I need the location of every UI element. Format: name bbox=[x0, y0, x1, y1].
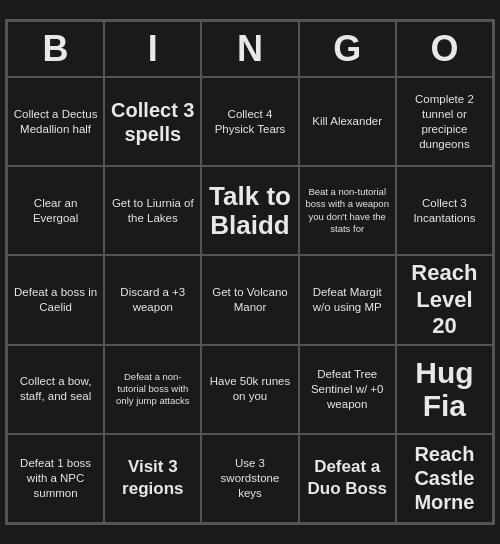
bingo-card: BINGO Collect a Dectus Medallion halfCol… bbox=[5, 19, 495, 525]
bingo-cell-7: Talk to Blaidd bbox=[201, 166, 298, 255]
bingo-cell-1: Collect 3 spells bbox=[104, 77, 201, 166]
bingo-cell-19: Hug Fia bbox=[396, 345, 493, 434]
bingo-letter-g: G bbox=[299, 21, 396, 77]
bingo-cell-8: Beat a non-tutorial boss with a weapon y… bbox=[299, 166, 396, 255]
bingo-cell-18: Defeat Tree Sentinel w/ +0 weapon bbox=[299, 345, 396, 434]
bingo-header: BINGO bbox=[7, 21, 493, 77]
bingo-cell-22: Use 3 swordstone keys bbox=[201, 434, 298, 523]
bingo-cell-11: Discard a +3 weapon bbox=[104, 255, 201, 344]
bingo-cell-21: Visit 3 regions bbox=[104, 434, 201, 523]
bingo-letter-n: N bbox=[201, 21, 298, 77]
bingo-letter-b: B bbox=[7, 21, 104, 77]
bingo-cell-15: Collect a bow, staff, and seal bbox=[7, 345, 104, 434]
bingo-cell-6: Get to Liurnia of the Lakes bbox=[104, 166, 201, 255]
bingo-cell-20: Defeat 1 boss with a NPC summon bbox=[7, 434, 104, 523]
bingo-cell-24: Reach Castle Morne bbox=[396, 434, 493, 523]
bingo-cell-0: Collect a Dectus Medallion half bbox=[7, 77, 104, 166]
bingo-grid: Collect a Dectus Medallion halfCollect 3… bbox=[7, 77, 493, 523]
bingo-letter-i: I bbox=[104, 21, 201, 77]
bingo-cell-9: Collect 3 Incantations bbox=[396, 166, 493, 255]
bingo-cell-4: Complete 2 tunnel or precipice dungeons bbox=[396, 77, 493, 166]
bingo-cell-12: Get to Volcano Manor bbox=[201, 255, 298, 344]
bingo-cell-23: Defeat a Duo Boss bbox=[299, 434, 396, 523]
bingo-cell-10: Defeat a boss in Caelid bbox=[7, 255, 104, 344]
bingo-cell-16: Defeat a non-tutorial boss with only jum… bbox=[104, 345, 201, 434]
bingo-letter-o: O bbox=[396, 21, 493, 77]
bingo-cell-13: Defeat Margit w/o using MP bbox=[299, 255, 396, 344]
bingo-cell-5: Clear an Evergoal bbox=[7, 166, 104, 255]
bingo-cell-2: Collect 4 Physick Tears bbox=[201, 77, 298, 166]
bingo-cell-17: Have 50k runes on you bbox=[201, 345, 298, 434]
bingo-cell-14: Reach Level 20 bbox=[396, 255, 493, 344]
bingo-cell-3: Kill Alexander bbox=[299, 77, 396, 166]
